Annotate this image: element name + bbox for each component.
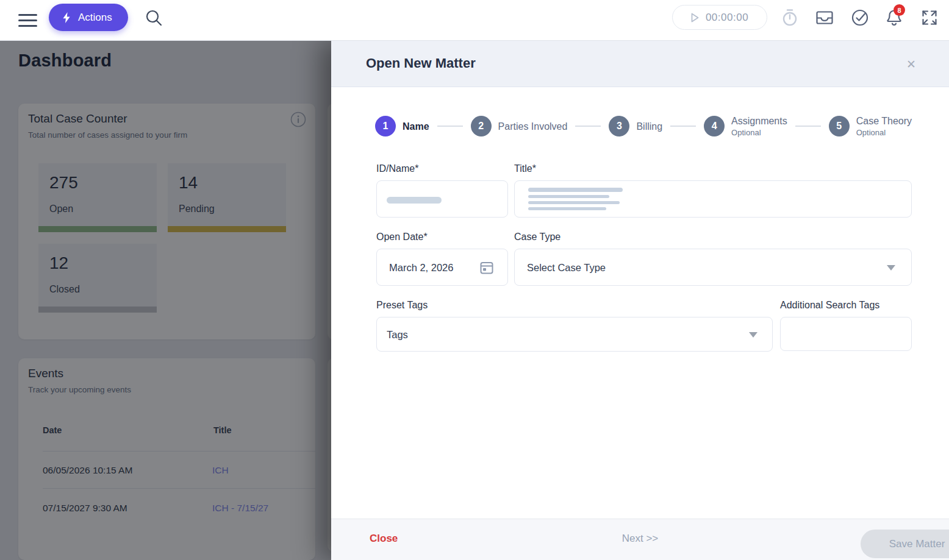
step-number: 5 [829, 116, 850, 136]
loading-skeleton-bar [528, 195, 609, 198]
preset-tags-select[interactable]: Tags [376, 317, 773, 352]
step-assignments[interactable]: 4 Assignments Optional [704, 115, 787, 137]
hamburger-menu-icon[interactable] [18, 12, 37, 29]
loading-skeleton-bar [387, 197, 442, 204]
step-label: Billing [636, 121, 662, 132]
inbox-icon[interactable] [815, 9, 834, 27]
close-icon[interactable]: ✕ [903, 55, 920, 73]
close-button[interactable]: Close [370, 533, 398, 545]
open-date-label: Open Date* [376, 232, 428, 243]
actions-button[interactable]: Actions [49, 4, 128, 31]
step-connector [437, 126, 463, 127]
preset-tags-label: Preset Tags [376, 300, 428, 311]
save-matter-button[interactable]: Save Matter [861, 530, 949, 558]
step-connector [670, 126, 696, 127]
loading-skeleton-bar [528, 201, 620, 204]
notification-count-badge: 8 [893, 4, 905, 16]
drawer-footer: Close Next >> Save Matter [331, 519, 949, 560]
play-icon[interactable] [691, 13, 699, 23]
additional-search-tags-input[interactable] [780, 317, 912, 351]
actions-button-label: Actions [78, 12, 112, 24]
step-parties-involved[interactable]: 2 Parties Involved [471, 116, 568, 136]
preset-tags-placeholder: Tags [387, 328, 408, 340]
case-type-select[interactable]: Select Case Type [514, 249, 912, 286]
id-name-input[interactable] [376, 180, 508, 218]
drawer-header: Open New Matter ✕ [331, 41, 949, 87]
step-number: 3 [609, 116, 629, 136]
notifications-bell-icon[interactable]: 8 [886, 9, 904, 27]
chevron-down-icon [749, 332, 757, 338]
step-optional-tag: Optional [731, 128, 787, 137]
check-circle-icon[interactable] [851, 9, 869, 27]
step-billing[interactable]: 3 Billing [609, 116, 662, 136]
modal-backdrop-overlay[interactable] [0, 41, 331, 560]
app-window: Actions 00:00:00 8 Dashboar [0, 0, 949, 560]
stopwatch-icon[interactable] [781, 9, 800, 27]
step-connector [575, 126, 601, 127]
step-name[interactable]: 1 Name [375, 116, 429, 136]
case-type-placeholder: Select Case Type [527, 261, 606, 273]
top-navigation-bar: Actions 00:00:00 8 [0, 0, 949, 41]
calendar-icon[interactable] [479, 260, 494, 275]
wizard-stepper: 1 Name 2 Parties Involved 3 Billing 4 As… [375, 113, 912, 139]
next-button[interactable]: Next >> [622, 533, 659, 545]
title-input[interactable] [514, 180, 912, 218]
open-date-input[interactable]: March 2, 2026 [376, 249, 508, 286]
open-new-matter-drawer: Open New Matter ✕ 1 Name 2 Parties Invol… [331, 41, 949, 560]
chevron-down-icon [887, 265, 895, 271]
drawer-title: Open New Matter [366, 55, 476, 71]
step-optional-tag: Optional [856, 128, 912, 137]
lightning-bolt-icon [61, 12, 72, 24]
step-label: Assignments [731, 115, 787, 127]
additional-search-tags-label: Additional Search Tags [780, 300, 879, 311]
case-type-label: Case Type [514, 232, 560, 243]
loading-skeleton-bar [528, 207, 606, 210]
timer-widget[interactable]: 00:00:00 [672, 5, 767, 30]
step-connector [795, 126, 821, 127]
step-label: Parties Involved [498, 121, 568, 132]
step-number: 4 [704, 116, 725, 136]
step-number: 1 [375, 116, 396, 136]
id-name-label: ID/Name* [376, 163, 418, 174]
dashboard-page: Dashboard Total Case Counter Total numbe… [0, 41, 331, 560]
open-date-value: March 2, 2026 [389, 261, 453, 273]
step-label: Case Theory [856, 115, 912, 127]
step-number: 2 [471, 116, 492, 136]
step-case-theory[interactable]: 5 Case Theory Optional [829, 115, 912, 137]
step-label: Name [403, 121, 429, 132]
fullscreen-expand-icon[interactable] [921, 9, 939, 27]
title-label: Title* [514, 163, 536, 174]
search-icon[interactable] [145, 8, 164, 27]
loading-skeleton-bar [528, 188, 623, 192]
timer-value: 00:00:00 [706, 12, 748, 24]
